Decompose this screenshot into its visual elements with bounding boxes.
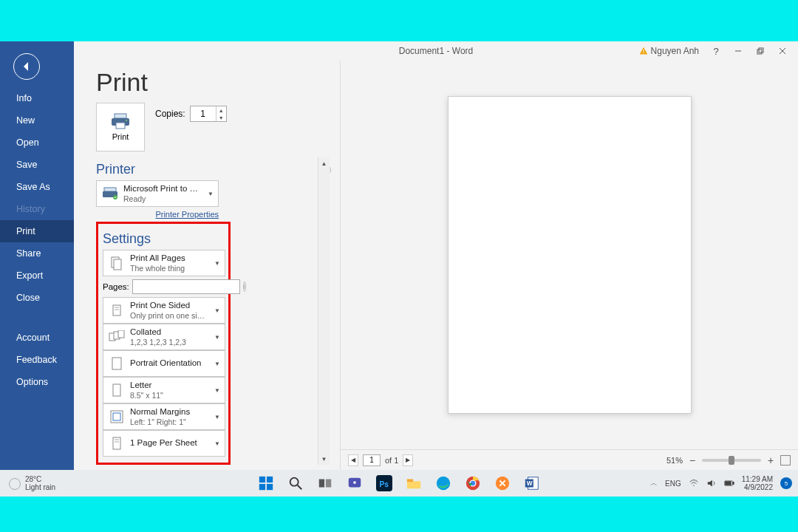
- pages-input[interactable]: [132, 279, 240, 294]
- clock[interactable]: 11:29 AM 4/9/2022: [742, 475, 773, 491]
- battery-icon[interactable]: [724, 478, 734, 488]
- sidebar-item-save[interactable]: Save: [0, 154, 74, 176]
- sidebar-item-new[interactable]: New: [0, 109, 74, 132]
- collate-selector[interactable]: Collated1,2,3 1,2,3 1,2,3 ▼: [103, 324, 225, 350]
- printer-icon: [110, 113, 131, 129]
- svg-rect-41: [407, 480, 413, 482]
- sidebar-item-info[interactable]: Info: [0, 87, 74, 109]
- svg-rect-36: [326, 480, 331, 488]
- sidebar-item-share[interactable]: Share: [0, 242, 74, 265]
- help-button[interactable]: ?: [705, 41, 727, 61]
- minimize-button[interactable]: [727, 41, 749, 61]
- sidebar-item-open[interactable]: Open: [0, 132, 74, 154]
- restore-button[interactable]: [749, 41, 771, 61]
- print-button[interactable]: Print: [96, 103, 145, 151]
- weather-widget[interactable]: 28°C Light rain: [6, 475, 55, 491]
- page-preview: [448, 96, 692, 414]
- sidebar-item-close[interactable]: Close: [0, 287, 74, 309]
- printer-device-icon: [101, 185, 119, 202]
- word-icon[interactable]: W: [523, 474, 541, 492]
- svg-rect-31: [259, 484, 265, 490]
- photoshop-icon[interactable]: Ps: [375, 474, 393, 492]
- search-button[interactable]: [287, 474, 304, 492]
- language-indicator[interactable]: ENG: [665, 480, 681, 488]
- svg-rect-22: [112, 358, 121, 369]
- orientation-selector[interactable]: Portrait Orientation ▼: [103, 350, 225, 377]
- start-button[interactable]: [257, 474, 275, 492]
- copies-up[interactable]: ▲: [216, 106, 226, 114]
- svg-rect-24: [111, 411, 123, 423]
- svg-rect-3: [757, 50, 762, 54]
- settings-heading: Settings: [103, 231, 224, 247]
- wifi-icon[interactable]: [689, 478, 699, 488]
- volume-icon[interactable]: [706, 478, 717, 488]
- svg-rect-32: [267, 484, 273, 490]
- svg-rect-15: [114, 259, 121, 270]
- back-button[interactable]: [13, 53, 40, 80]
- settings-highlight: Settings Print All PagesThe whole thing …: [96, 222, 231, 465]
- margins-icon: [108, 408, 126, 426]
- svg-rect-52: [725, 482, 731, 485]
- printer-selector[interactable]: Microsoft Print to PDFReady ▼: [96, 180, 219, 207]
- copies-input[interactable]: [191, 106, 216, 121]
- account-name[interactable]: Nguyen Anh: [639, 46, 699, 56]
- tray-expand-icon[interactable]: ︿: [650, 478, 658, 488]
- sidebar-item-feedback[interactable]: Feedback: [0, 349, 74, 371]
- window-title: Document1 - Word: [399, 46, 473, 56]
- notification-badge[interactable]: 5: [780, 477, 792, 489]
- svg-rect-7: [115, 114, 126, 118]
- page-total: of 1: [385, 456, 398, 465]
- svg-rect-0: [643, 50, 644, 52]
- explorer-icon[interactable]: [405, 474, 423, 492]
- svg-rect-26: [113, 437, 120, 449]
- scroll-down[interactable]: ▼: [318, 453, 330, 465]
- settings-scrollbar[interactable]: ▲ ▼: [318, 157, 330, 465]
- print-scope-selector[interactable]: Print All PagesThe whole thing ▼: [103, 250, 225, 276]
- svg-point-10: [126, 120, 127, 121]
- zoom-slider[interactable]: [702, 459, 761, 462]
- sidebar-item-print[interactable]: Print: [0, 220, 74, 242]
- chrome-icon[interactable]: [464, 474, 482, 492]
- sidebar-item-account[interactable]: Account: [0, 327, 74, 349]
- taskview-button[interactable]: [316, 474, 334, 492]
- copies-down[interactable]: ▼: [216, 114, 226, 121]
- svg-point-38: [353, 481, 356, 484]
- title-bar: Document1 - Word Nguyen Anh ?: [74, 41, 798, 61]
- svg-rect-16: [113, 305, 120, 316]
- svg-rect-4: [759, 48, 763, 52]
- paper-size-selector[interactable]: Letter8.5" x 11" ▼: [103, 377, 225, 403]
- prev-page-button[interactable]: ◀: [348, 454, 358, 466]
- sidebar-item-options[interactable]: Options: [0, 371, 74, 393]
- zoom-in-button[interactable]: +: [765, 454, 776, 466]
- sidebar-item-saveas[interactable]: Save As: [0, 176, 74, 198]
- svg-rect-11: [104, 188, 116, 191]
- svg-rect-29: [259, 477, 265, 482]
- margins-selector[interactable]: Normal MarginsLeft: 1" Right: 1" ▼: [103, 403, 225, 430]
- svg-rect-21: [118, 330, 124, 338]
- zoom-out-button[interactable]: −: [687, 454, 698, 466]
- fit-to-window-button[interactable]: [780, 455, 791, 466]
- svg-line-34: [298, 485, 302, 490]
- edge-icon[interactable]: [434, 474, 452, 492]
- sides-selector[interactable]: Print One SidedOnly print on one side of…: [103, 297, 225, 324]
- pages-icon: [108, 254, 126, 272]
- scroll-up[interactable]: ▲: [318, 157, 330, 169]
- chat-icon[interactable]: [346, 474, 364, 492]
- close-window-button[interactable]: [771, 41, 794, 61]
- snip-icon[interactable]: [494, 474, 511, 492]
- svg-text:W: W: [527, 480, 533, 487]
- collate-icon: [108, 328, 126, 346]
- svg-rect-35: [319, 480, 324, 488]
- pages-info-icon[interactable]: i: [243, 282, 246, 292]
- printer-properties-link[interactable]: Printer Properties: [96, 210, 219, 219]
- portrait-icon: [108, 355, 126, 372]
- copies-spinner[interactable]: ▲▼: [190, 106, 227, 122]
- printer-heading: Printer: [96, 162, 318, 177]
- pages-per-sheet-selector[interactable]: 1 Page Per Sheet ▼: [103, 430, 225, 457]
- svg-rect-1: [643, 52, 644, 53]
- sidebar-item-history: History: [0, 198, 74, 220]
- warning-icon: [639, 47, 648, 55]
- page-number-input[interactable]: [363, 454, 381, 466]
- next-page-button[interactable]: ▶: [403, 454, 413, 466]
- sidebar-item-export[interactable]: Export: [0, 265, 74, 287]
